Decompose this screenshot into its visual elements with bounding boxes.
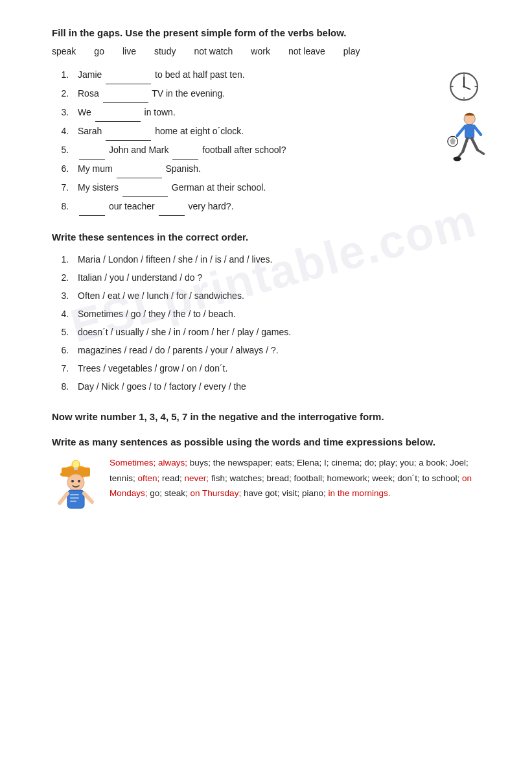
svg-rect-29 xyxy=(70,497,79,499)
svg-rect-27 xyxy=(67,490,84,508)
verb-not-watch: not watch xyxy=(194,46,233,56)
list-item: magazines / read / do / parents / your /… xyxy=(71,341,493,359)
section2-instruction: Write these sentences in the correct ord… xyxy=(52,230,493,244)
list-item: Day / Nick / goes / to / factory / every… xyxy=(71,377,493,396)
svg-line-32 xyxy=(84,493,92,502)
svg-rect-9 xyxy=(465,124,474,139)
verb-go: go xyxy=(94,46,104,56)
svg-point-25 xyxy=(71,480,74,482)
list-item: Italian / you / understand / do ? xyxy=(71,268,493,287)
blank[interactable] xyxy=(79,197,105,216)
section1-instruction: Fill in the gaps. Use the present simple… xyxy=(52,26,493,40)
blank[interactable] xyxy=(95,103,141,122)
svg-line-15 xyxy=(478,150,484,154)
svg-point-24 xyxy=(67,474,84,491)
red-word: in the mornings. xyxy=(328,488,390,498)
svg-line-11 xyxy=(474,126,481,134)
verb-live: live xyxy=(122,46,136,56)
section3-instruction: Now write number 1, 3, 4, 5, 7 in the ne… xyxy=(52,410,493,423)
svg-line-12 xyxy=(463,139,467,152)
blank[interactable] xyxy=(122,178,168,197)
red-word: on Thursday; xyxy=(191,488,242,498)
list-item: Trees / vegetables / grow / on / don´t. xyxy=(71,359,493,377)
svg-rect-23 xyxy=(74,468,78,470)
svg-rect-28 xyxy=(70,494,79,495)
section3: Now write number 1, 3, 4, 5, 7 in the ne… xyxy=(52,410,493,423)
red-word: always; xyxy=(158,458,187,468)
word-box-container: Sometimes; always; buys; the newspaper; … xyxy=(52,455,493,516)
section4-instruction: Write as many sentences as possible usin… xyxy=(52,435,493,449)
list-item: Sometimes / go / they / the / to / beach… xyxy=(71,305,493,323)
list-item: My sisters German at their school. xyxy=(71,178,493,197)
list-item: doesn´t / usually / she / in / room / he… xyxy=(71,323,493,341)
svg-line-31 xyxy=(60,493,67,503)
verb-study: study xyxy=(154,46,176,56)
verb-work: work xyxy=(251,46,270,56)
list-item: Often / eat / we / lunch / for / sandwic… xyxy=(71,287,493,305)
svg-line-14 xyxy=(472,139,478,150)
verb-list: speak go live study not watch work not l… xyxy=(52,46,493,56)
svg-point-26 xyxy=(78,480,80,482)
blank[interactable] xyxy=(117,160,162,178)
soccer-player-icon xyxy=(432,108,496,175)
svg-point-22 xyxy=(72,460,80,468)
verb-play: play xyxy=(343,46,360,56)
blank[interactable] xyxy=(106,65,151,84)
svg-line-13 xyxy=(458,152,463,158)
red-word: Sometimes; xyxy=(110,458,156,468)
clock-icon xyxy=(446,71,482,102)
red-word: on Mondays; xyxy=(110,473,472,499)
blank[interactable] xyxy=(172,141,198,160)
red-word: never; xyxy=(185,473,209,483)
svg-rect-21 xyxy=(60,473,67,476)
list-item: Maria / London / fifteen / she / in / is… xyxy=(71,250,493,268)
red-word: often; xyxy=(138,473,160,483)
section4: Write as many sentences as possible usin… xyxy=(52,435,493,516)
kid-cap-icon xyxy=(52,458,100,516)
svg-line-10 xyxy=(457,126,465,136)
section2-list: Maria / London / fifteen / she / in / is… xyxy=(52,250,493,396)
svg-point-18 xyxy=(453,156,461,161)
blank[interactable] xyxy=(159,197,185,216)
list-item: our teacher very hard?. xyxy=(71,197,493,216)
blank[interactable] xyxy=(79,141,105,160)
word-box-text: Sometimes; always; buys; the newspaper; … xyxy=(110,455,493,501)
section2: Write these sentences in the correct ord… xyxy=(52,230,493,396)
blank[interactable] xyxy=(106,122,151,141)
blank[interactable] xyxy=(103,84,148,103)
verb-speak: speak xyxy=(52,46,76,56)
verb-not-leave: not leave xyxy=(288,46,325,56)
svg-rect-30 xyxy=(70,501,76,502)
illustration-area xyxy=(422,71,506,175)
